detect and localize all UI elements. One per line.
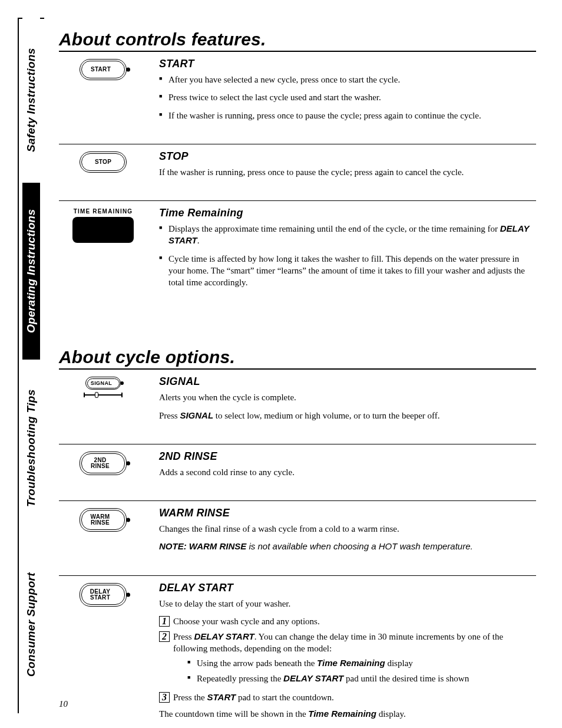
second-rinse-title: 2ND RINSE (159, 450, 536, 463)
signal-text: Alerts you when the cycle is complete. (159, 391, 536, 403)
step-1: Choose your wash cycle and any options. (173, 615, 536, 627)
page-number: 10 (59, 699, 68, 709)
second-rinse-label-2: RINSE (91, 463, 110, 469)
second-rinse-text: Adds a second cold rinse to any cycle. (159, 466, 536, 478)
signal-button-icon: SIGNAL (82, 377, 124, 398)
step-2-bullet: Using the arrow pads beneath the Time Re… (187, 657, 536, 669)
start-bullet: Press twice to select the last cycle use… (159, 91, 536, 103)
heading-controls: About controls features. (59, 29, 536, 52)
step-number-icon: 2 (159, 631, 170, 642)
divider (59, 200, 536, 201)
step-3: Press the START pad to start the countdo… (173, 691, 536, 703)
signal-text: Press SIGNAL to select low, medium or hi… (159, 410, 536, 421)
stop-button-icon: STOP (80, 151, 127, 173)
delay-tail: The countdown time will be shown in the … (159, 708, 536, 720)
step-number-icon: 3 (159, 692, 170, 703)
stop-button-label: STOP (95, 159, 111, 165)
side-tabs: Safety Instructions Operating Instructio… (22, 18, 40, 713)
signal-button-label: SIGNAL (91, 380, 112, 386)
tab-consumer: Consumer Support (22, 536, 40, 713)
step-number-icon: 1 (159, 616, 170, 627)
step-2: Press DELAY START. You can change the de… (173, 631, 536, 688)
warm-rinse-label-2: RINSE (91, 520, 110, 526)
delay-start-title: DELAY START (159, 582, 536, 594)
time-title: Time Remaining (159, 207, 536, 219)
warm-rinse-note: NOTE: WARM RINSE is not available when c… (159, 541, 536, 552)
start-button-label: START (91, 67, 111, 73)
delay-start-label-2: START (90, 595, 110, 601)
second-rinse-button-icon: 2ND RINSE (80, 452, 127, 475)
time-remaining-icon: TIME REMAINING (59, 208, 147, 243)
signal-title: SIGNAL (159, 375, 536, 388)
start-title: START (159, 58, 536, 70)
delay-text: Use to delay the start of your washer. (159, 598, 536, 610)
step-2-bullet: Repeatedly pressing the DELAY START pad … (187, 673, 536, 684)
start-bullet: After you have selected a new cycle, pre… (159, 74, 536, 85)
divider (59, 575, 536, 576)
warm-rinse-title: WARM RINSE (159, 507, 536, 519)
divider (59, 144, 536, 144)
tab-troubleshooting: Troubleshooting Tips (22, 360, 40, 536)
delay-start-label-1: DELAY (90, 589, 110, 595)
warm-rinse-button-icon: WARM RINSE (80, 508, 127, 532)
time-remaining-label: TIME REMAINING (59, 208, 147, 215)
heading-cycle: About cycle options. (59, 347, 536, 370)
tab-operating: Operating Instructions (22, 183, 40, 360)
delay-steps: 1 Choose your wash cycle and any options… (159, 615, 536, 704)
signal-slider-icon (82, 391, 124, 398)
stop-text: If the washer is running, press once to … (159, 166, 536, 178)
stop-title: STOP (159, 150, 536, 163)
tab-safety: Safety Instructions (22, 18, 40, 183)
divider (59, 444, 536, 444)
display-icon (72, 217, 134, 243)
divider (59, 500, 536, 501)
start-bullet: If the washer is running, press once to … (159, 110, 536, 121)
time-bullet: Displays the approximate time remaining … (159, 223, 536, 247)
warm-rinse-text: Changes the final rinse of a wash cycle … (159, 523, 536, 535)
delay-start-button-icon: DELAY START (80, 583, 127, 607)
time-bullet: Cycle time is affected by how long it ta… (159, 253, 536, 289)
start-button-icon: START (80, 59, 127, 80)
